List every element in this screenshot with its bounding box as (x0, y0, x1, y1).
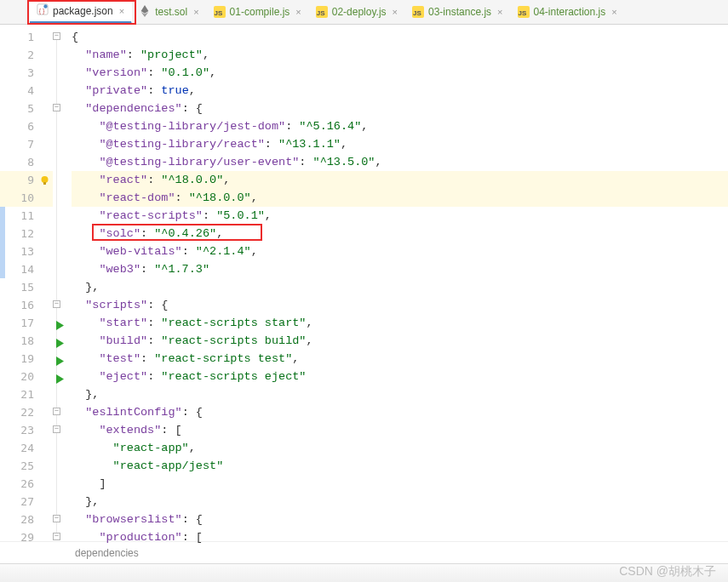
code-line[interactable]: "browserslist": { (72, 511, 728, 528)
code-line[interactable]: }, (72, 278, 728, 296)
code-line[interactable]: "react-app", (72, 439, 728, 457)
line-number[interactable]: 27 (0, 493, 53, 511)
tab-04-interaction-js[interactable]: JS04-interaction.js× (511, 0, 625, 24)
code-line[interactable]: "start": "react-scripts start", (72, 314, 728, 332)
lightbulb-icon[interactable] (39, 174, 50, 185)
watermark: CSDN @胡桃木子 (619, 564, 716, 579)
close-icon[interactable]: × (119, 6, 124, 16)
run-icon[interactable] (56, 336, 64, 354)
svg-point-2 (43, 4, 47, 8)
line-number[interactable]: 4 (0, 82, 53, 100)
code-line[interactable]: "extends": [ (72, 421, 728, 439)
tab-test-sol[interactable]: test.sol× (132, 0, 206, 24)
fold-toggle[interactable]: − (53, 408, 60, 415)
code-line[interactable]: "dependencies": { (72, 100, 728, 117)
line-number[interactable]: 6 (0, 117, 53, 135)
close-icon[interactable]: × (295, 7, 301, 17)
code-line[interactable]: "scripts": { (72, 296, 728, 314)
fold-column: −−−−−−− (51, 25, 66, 541)
code-line[interactable]: "react": "^18.0.0", (72, 171, 728, 189)
run-icon[interactable] (56, 354, 64, 372)
line-number[interactable]: 28 (0, 511, 53, 528)
close-icon[interactable]: × (497, 7, 502, 17)
code-line[interactable]: "react-scripts": "5.0.1", (72, 207, 728, 225)
line-number[interactable]: 26 (0, 475, 53, 493)
selection-stripe (0, 207, 5, 278)
line-number[interactable]: 21 (0, 385, 53, 403)
code-line[interactable]: "@testing-library/react": "^13.1.1", (72, 135, 728, 153)
close-icon[interactable]: × (611, 7, 616, 17)
code-line[interactable]: }, (72, 493, 728, 511)
tab-label: 01-compile.js (230, 6, 290, 18)
run-icon[interactable] (56, 372, 64, 390)
code-line[interactable]: "production": [ (72, 528, 728, 546)
code-area[interactable]: −−−−−−− { "name": "project", "version": … (53, 25, 728, 541)
code-line[interactable]: "solc": "^0.4.26", (72, 225, 728, 242)
code-line[interactable]: "@testing-library/jest-dom": "^5.16.4", (72, 117, 728, 135)
line-number[interactable]: 15 (0, 278, 53, 296)
js-icon: JS (316, 6, 328, 18)
line-number[interactable]: 5 (0, 100, 53, 117)
fold-toggle[interactable]: − (53, 32, 60, 40)
line-gutter: 1234567891011121314151617181920212223242… (0, 25, 53, 541)
tab-package-json[interactable]: { }package.json× (30, 0, 132, 24)
line-number[interactable]: 29 (0, 528, 53, 546)
ethereum-icon (140, 5, 150, 20)
line-number[interactable]: 8 (0, 153, 53, 171)
editor-tabs: { }package.json×test.sol×JS01-compile.js… (0, 0, 728, 25)
line-number[interactable]: 18 (0, 332, 53, 350)
tab-02-deploy-js[interactable]: JS02-deploy.js× (309, 0, 405, 24)
line-number[interactable]: 3 (0, 64, 53, 82)
code-line[interactable]: "version": "0.1.0", (72, 64, 728, 82)
line-number[interactable]: 22 (0, 403, 53, 421)
line-number[interactable]: 24 (0, 439, 53, 457)
line-number[interactable]: 9 (0, 171, 53, 189)
line-number[interactable]: 11 (0, 207, 53, 225)
line-number[interactable]: 2 (0, 46, 53, 64)
line-number[interactable]: 17 (0, 314, 53, 332)
js-icon: JS (518, 6, 530, 18)
run-icon[interactable] (56, 318, 64, 336)
line-number[interactable]: 1 (0, 28, 53, 46)
code-line[interactable]: "name": "project", (72, 46, 728, 64)
line-number[interactable]: 19 (0, 350, 53, 368)
code-line[interactable]: "build": "react-scripts build", (72, 332, 728, 350)
fold-toggle[interactable]: − (53, 515, 60, 522)
code-line[interactable]: "eject": "react-scripts eject" (72, 368, 728, 385)
line-number[interactable]: 16 (0, 296, 53, 314)
code-line[interactable]: ] (72, 475, 728, 493)
fold-guide (56, 431, 57, 482)
tab-01-compile-js[interactable]: JS01-compile.js× (207, 0, 309, 24)
code-line[interactable]: }, (72, 385, 728, 403)
svg-point-3 (42, 176, 49, 183)
fold-toggle[interactable]: − (53, 104, 60, 111)
tab-label: test.sol (155, 6, 187, 18)
code-line[interactable]: "eslintConfig": { (72, 403, 728, 421)
fold-toggle[interactable]: − (53, 533, 60, 540)
close-icon[interactable]: × (193, 7, 198, 17)
code-line[interactable]: "web-vitals": "^2.1.4", (72, 242, 728, 260)
fold-toggle[interactable]: − (53, 300, 60, 308)
code-line[interactable]: "react-app/jest" (72, 457, 728, 475)
code-line[interactable]: "web3": "^1.7.3" (72, 260, 728, 278)
tab-label: package.json (53, 5, 113, 17)
code-line[interactable]: "private": true, (72, 82, 728, 100)
fold-toggle[interactable]: − (53, 425, 60, 433)
line-number[interactable]: 20 (0, 368, 53, 385)
tab-03-instance-js[interactable]: JS03-instance.js× (405, 0, 510, 24)
line-number[interactable]: 25 (0, 457, 53, 475)
line-number[interactable]: 12 (0, 225, 53, 242)
line-number[interactable]: 23 (0, 421, 53, 439)
fold-guide (56, 110, 57, 285)
line-number[interactable]: 13 (0, 242, 53, 260)
code-line[interactable]: "react-dom": "^18.0.0", (72, 189, 728, 207)
line-number[interactable]: 7 (0, 135, 53, 153)
code-line[interactable]: "test": "react-scripts test", (72, 350, 728, 368)
line-number[interactable]: 10 (0, 189, 53, 207)
close-icon[interactable]: × (393, 7, 398, 17)
code-line[interactable]: { (72, 28, 728, 46)
code-line[interactable]: "@testing-library/user-event": "^13.5.0"… (72, 153, 728, 171)
tab-label: 04-interaction.js (534, 6, 606, 18)
line-number[interactable]: 14 (0, 260, 53, 278)
code-editor: 1234567891011121314151617181920212223242… (0, 25, 728, 541)
